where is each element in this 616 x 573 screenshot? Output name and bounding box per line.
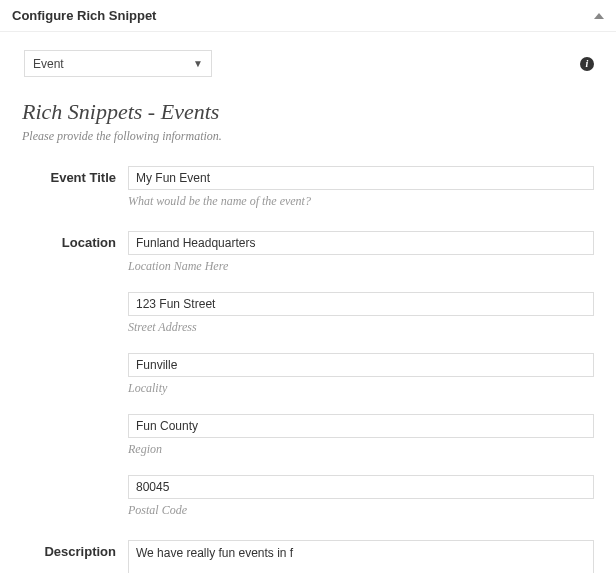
hint-region: Region	[128, 442, 594, 457]
snippet-type-select[interactable]: Event ▼	[24, 50, 212, 77]
hint-locality: Locality	[128, 381, 594, 396]
hint-street: Street Address	[128, 320, 594, 335]
hint-postal: Postal Code	[128, 503, 594, 518]
locality-input[interactable]	[128, 353, 594, 377]
event-title-input[interactable]	[128, 166, 594, 190]
row-description: Description Describe the event in short.	[22, 540, 594, 573]
hint-location-name: Location Name Here	[128, 259, 594, 274]
top-row: Event ▼ i	[0, 32, 616, 83]
select-value: Event	[33, 57, 64, 71]
info-icon[interactable]: i	[580, 57, 594, 71]
section-title: Rich Snippets - Events	[22, 99, 594, 125]
location-name-input[interactable]	[128, 231, 594, 255]
content: Rich Snippets - Events Please provide th…	[0, 83, 616, 573]
panel-title: Configure Rich Snippet	[12, 8, 156, 23]
row-location: Location Location Name Here Street Addre…	[22, 231, 594, 536]
label-description: Description	[22, 540, 128, 559]
postal-code-input[interactable]	[128, 475, 594, 499]
region-input[interactable]	[128, 414, 594, 438]
street-address-input[interactable]	[128, 292, 594, 316]
panel-header[interactable]: Configure Rich Snippet	[0, 0, 616, 32]
row-event-title: Event Title What would be the name of th…	[22, 166, 594, 227]
chevron-down-icon: ▼	[193, 58, 203, 69]
description-textarea[interactable]	[128, 540, 594, 573]
label-location: Location	[22, 231, 128, 250]
section-subtitle: Please provide the following information…	[22, 129, 594, 144]
hint-event-title: What would be the name of the event?	[128, 194, 594, 209]
label-event-title: Event Title	[22, 166, 128, 185]
collapse-caret-icon[interactable]	[594, 13, 604, 19]
